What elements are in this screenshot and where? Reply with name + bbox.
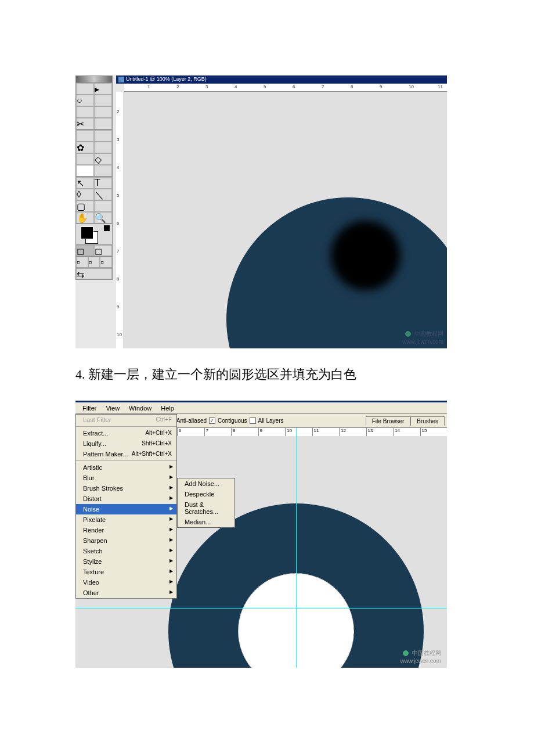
contiguous-label: Contiguous [218, 417, 247, 424]
all-layers-label: All Layers [258, 417, 284, 424]
pencil-tool-icon[interactable] [94, 130, 112, 142]
menu-render[interactable]: Render▶ [76, 525, 176, 535]
brush-tool-icon[interactable] [76, 130, 94, 142]
pen-tool-icon[interactable]: ◊ [76, 189, 94, 200]
stamp-tool-icon[interactable]: ✿ [76, 142, 94, 153]
marquee-tool-icon[interactable]: ▸ [94, 83, 112, 95]
menu-texture[interactable]: Texture▶ [76, 567, 176, 577]
lasso-tool-icon[interactable] [94, 95, 112, 106]
watermark: 中国教程网 www.jcwcn.com [402, 329, 443, 345]
screen-mode-3-icon[interactable]: ▫ [100, 257, 112, 268]
menu-window[interactable]: Window [124, 404, 156, 413]
swap-colors-icon[interactable] [104, 225, 110, 231]
menu-last-filter: Last FilterCtrl+F [76, 415, 176, 425]
crop-tool-icon[interactable] [94, 106, 112, 118]
submenu-dust-scratches[interactable]: Dust & Scratches... [178, 499, 234, 517]
vertical-ruler: 2345678910 [116, 92, 124, 348]
slice-tool-icon[interactable]: ✂ [76, 118, 94, 129]
menu-blur[interactable]: Blur▶ [76, 473, 176, 483]
screenshot-canvas-view: Untitled-1 @ 100% (Layer 2, RGB) ▸ ○ ✂ ✿… [75, 75, 447, 348]
history-brush-icon[interactable] [94, 142, 112, 153]
menu-video[interactable]: Video▶ [76, 577, 176, 588]
menu-extract[interactable]: Extract...Alt+Ctrl+X [76, 428, 176, 438]
screen-mode-1-icon[interactable]: ▫ [76, 257, 88, 268]
menu-sharpen[interactable]: Sharpen▶ [76, 535, 176, 546]
canvas-area: 1234567891011 2345678910 中国教程网 www.jcwcn… [116, 84, 447, 348]
ellipse-tool-icon[interactable]: ○ [76, 95, 94, 106]
dodge-tool-icon[interactable] [94, 165, 112, 177]
bucket-tool-icon[interactable]: ◇ [94, 153, 112, 165]
watermark-logo-icon [403, 329, 413, 339]
noise-submenu: Add Noise... Despeckle Dust & Scratches.… [177, 478, 235, 528]
horizontal-ruler-2: 6789101112131415 [177, 428, 447, 436]
horizontal-ruler: 1234567891011 [124, 84, 447, 92]
menu-brush-strokes[interactable]: Brush Strokes▶ [76, 483, 176, 494]
type-tool-icon[interactable]: T [94, 177, 112, 189]
eraser-tool-icon[interactable] [76, 153, 94, 165]
toolbox: ▸ ○ ✂ ✿ ◇ ↖T ◊＼ ▢ ✋🔍 ◻◻ [75, 75, 113, 280]
shape-tool-icon[interactable]: ＼ [94, 189, 112, 200]
canvas[interactable]: 中国教程网 www.jcwcn.com [124, 92, 447, 348]
contiguous-checkbox[interactable]: ✓ [209, 417, 215, 424]
color-swatches[interactable] [76, 224, 112, 244]
horizontal-guide[interactable] [75, 608, 447, 609]
watermark-text: 中国教程网 [414, 330, 443, 337]
menu-liquify[interactable]: Liquify...Shft+Ctrl+X [76, 438, 176, 449]
notes-tool-icon[interactable]: ▢ [76, 200, 94, 212]
eyedropper-icon[interactable] [94, 200, 112, 212]
quickmask-icon[interactable]: ◻ [94, 245, 112, 256]
wand-tool-icon[interactable] [76, 106, 94, 118]
vertical-guide[interactable] [296, 428, 297, 668]
watermark-logo-2-icon [401, 649, 410, 658]
move-tool-icon[interactable] [76, 83, 94, 95]
menu-view[interactable]: View [101, 404, 124, 413]
hand-tool-icon[interactable]: ✋ [76, 212, 94, 224]
panel-tabs: File Browser Brushes [366, 416, 445, 426]
menu-other[interactable]: Other▶ [76, 588, 176, 598]
jump-to-icon[interactable]: ⇆ [76, 268, 112, 279]
tab-brushes[interactable]: Brushes [410, 416, 445, 426]
ps-doc-icon [118, 77, 124, 82]
tutorial-step-text: 4. 新建一层，建立一个新的圆形选区并填充为白色 [75, 366, 511, 383]
screenshot-filter-menu: Filter View Window Help pacity: 100% ▸ T… [75, 401, 447, 668]
submenu-add-noise[interactable]: Add Noise... [178, 478, 234, 489]
zoom-tool-icon[interactable]: 🔍 [94, 212, 112, 224]
menu-filter[interactable]: Filter [78, 404, 101, 413]
standard-mode-icon[interactable]: ◻ [76, 245, 94, 256]
menu-help[interactable]: Help [156, 404, 179, 413]
watermark-2: 中国教程网 www.jcwcn.com [400, 649, 441, 664]
anti-aliased-label: Anti-aliased [176, 417, 207, 424]
menubar: Filter View Window Help [75, 402, 447, 414]
menu-stylize[interactable]: Stylize▶ [76, 556, 176, 567]
screen-mode-2-icon[interactable]: ▫ [88, 257, 100, 268]
watermark-url: www.jcwcn.com [402, 339, 443, 345]
document-title: Untitled-1 @ 100% (Layer 2, RGB) [126, 76, 207, 82]
path-tool-icon[interactable]: ↖ [76, 177, 94, 189]
menu-distort[interactable]: Distort▶ [76, 494, 176, 504]
menu-pixelate[interactable]: Pixelate▶ [76, 514, 176, 525]
black-splat-shape [331, 221, 400, 290]
tab-file-browser[interactable]: File Browser [366, 416, 411, 426]
toolbox-header [76, 76, 112, 83]
menu-sketch[interactable]: Sketch▶ [76, 546, 176, 556]
menu-artistic[interactable]: Artistic▶ [76, 462, 176, 473]
menu-noise[interactable]: Noise▶ [76, 504, 176, 514]
document-title-bar: Untitled-1 @ 100% (Layer 2, RGB) [116, 75, 447, 84]
submenu-despeckle[interactable]: Despeckle [178, 489, 234, 499]
submenu-median[interactable]: Median... [178, 517, 234, 527]
foreground-swatch[interactable] [81, 226, 93, 239]
all-layers-checkbox[interactable] [250, 417, 256, 424]
healing-tool-icon[interactable] [94, 118, 112, 129]
menu-pattern-maker[interactable]: Pattern Maker...Alt+Shft+Ctrl+X [76, 449, 176, 459]
filter-dropdown-menu: Last FilterCtrl+F Extract...Alt+Ctrl+X L… [75, 414, 177, 599]
blur-tool-icon[interactable] [76, 165, 94, 177]
